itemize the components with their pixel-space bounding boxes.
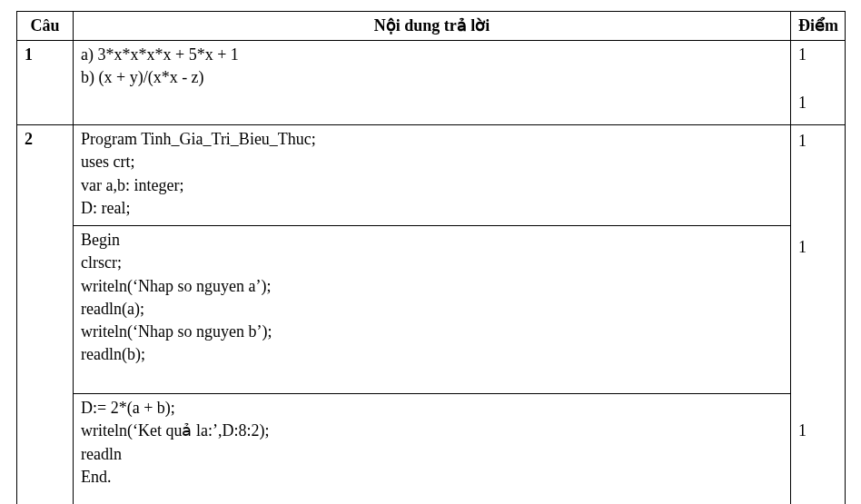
page: Câu Nội dung trả lời Điểm 1 a) 3*x*x*x*x… xyxy=(0,0,861,504)
q2-b3-l3: readln xyxy=(81,443,783,466)
q1-score-cell: 1 1 xyxy=(791,41,846,125)
q2-b1-l2: uses crt; xyxy=(81,151,783,173)
q1-line-a: a) 3*x*x*x*x + 5*x + 1 xyxy=(81,44,783,66)
q2-content-block1: Program Tinh_Gia_Tri_Bieu_Thuc; uses crt… xyxy=(74,125,791,226)
q1-content: a) 3*x*x*x*x + 5*x + 1 b) (x + y)/(x*x -… xyxy=(74,41,791,125)
q2-b2-l2: clrscr; xyxy=(81,252,783,274)
q2-b2-l3: writeln(‘Nhap so nguyen a’); xyxy=(81,275,783,298)
header-row: Câu Nội dung trả lời Điểm xyxy=(17,12,846,41)
q2-b2-l4: readln(a); xyxy=(81,298,783,321)
row-q2-block1: 2 Program Tinh_Gia_Tri_Bieu_Thuc; uses c… xyxy=(17,125,846,226)
header-diem: Điểm xyxy=(791,12,846,41)
q2-b2-l6: readln(b); xyxy=(81,343,783,366)
q2-score-1: 1 xyxy=(798,130,837,153)
header-cau: Câu xyxy=(17,12,74,41)
q2-b3-l2: writeln(‘Ket quả la:’,D:8:2); xyxy=(81,420,783,442)
q2-b1-l1: Program Tinh_Gia_Tri_Bieu_Thuc; xyxy=(81,128,783,151)
row-q2-block3: D:= 2*(a + b); writeln(‘Ket quả la:’,D:8… xyxy=(17,394,846,504)
q1-line-b: b) (x + y)/(x*x - z) xyxy=(81,66,783,89)
q2-b1-l4: D: real; xyxy=(81,197,783,220)
answer-table: Câu Nội dung trả lời Điểm 1 a) 3*x*x*x*x… xyxy=(16,11,846,504)
q1-score-a: 1 xyxy=(798,44,837,66)
row-q1: 1 a) 3*x*x*x*x + 5*x + 1 b) (x + y)/(x*x… xyxy=(17,41,846,125)
q2-score-2: 1 xyxy=(798,236,837,259)
blank-line xyxy=(81,366,783,382)
q2-b3-l4: End. xyxy=(81,466,783,489)
q2-content-block3: D:= 2*(a + b); writeln(‘Ket quả la:’,D:8… xyxy=(74,394,791,504)
blank-line-2 xyxy=(81,489,783,504)
q2-score-3: 1 xyxy=(798,420,837,442)
q2-content-block2: Begin clrscr; writeln(‘Nhap so nguyen a’… xyxy=(74,226,791,394)
q2-b1-l3: var a,b: integer; xyxy=(81,174,783,197)
header-noidung: Nội dung trả lời xyxy=(74,12,791,41)
q2-b2-l1: Begin xyxy=(81,229,783,252)
row-q2-block2: Begin clrscr; writeln(‘Nhap so nguyen a’… xyxy=(17,226,846,394)
q2-b2-l5: writeln(‘Nhap so nguyen b’); xyxy=(81,321,783,343)
q2-b3-l1: D:= 2*(a + b); xyxy=(81,397,783,420)
q1-number: 1 xyxy=(17,41,74,125)
q1-score-b: 1 xyxy=(798,92,837,114)
q2-number: 2 xyxy=(17,125,74,504)
q2-score-cell: 1 1 1 xyxy=(791,125,846,504)
